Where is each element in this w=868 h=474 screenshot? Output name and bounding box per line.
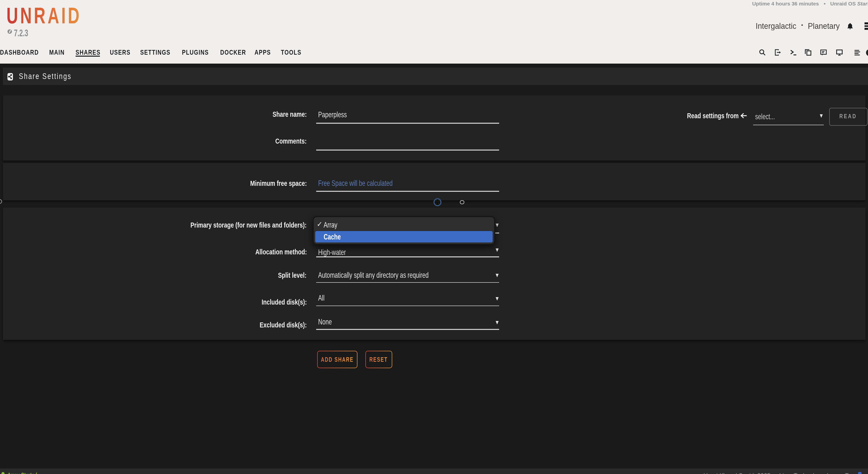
svg-text:UNRAID: UNRAID [6,6,81,26]
